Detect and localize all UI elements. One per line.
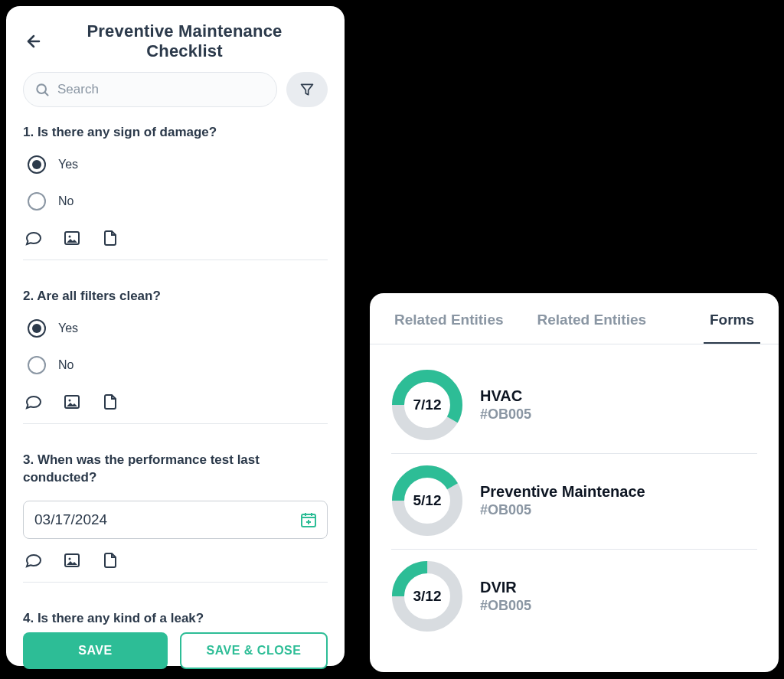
date-value: 03/17/2024 [34, 511, 299, 528]
page-title: Preventive Maintenance Checklist [55, 21, 328, 61]
divider [23, 423, 328, 424]
form-item[interactable]: 5/12Preventive Maintenace#OB005 [391, 454, 757, 550]
radio-no[interactable]: No [28, 356, 328, 374]
radio-yes[interactable]: Yes [28, 155, 328, 174]
search-box[interactable] [23, 72, 277, 107]
file-button[interactable] [101, 229, 119, 247]
radio-label: No [58, 358, 74, 372]
form-name: HVAC [480, 387, 531, 405]
calendar-icon [299, 511, 318, 529]
form-code: #OB005 [480, 598, 531, 614]
progress-value: 7/12 [391, 369, 463, 441]
progress-ring: 3/12 [391, 560, 463, 632]
radio-label: No [58, 194, 74, 208]
comment-button[interactable] [24, 229, 43, 247]
comment-icon [24, 551, 43, 570]
svg-point-7 [69, 399, 71, 401]
arrow-left-icon [24, 32, 43, 51]
radio-icon [28, 356, 46, 374]
question-3: 3. When was the performance test last co… [23, 452, 328, 596]
forms-panel: Related Entities Related Entities Forms … [370, 293, 779, 672]
checklist-panel: Preventive Maintenance Checklist 1. Is t… [6, 6, 345, 666]
question-1: 1. Is there any sign of damage? Yes No [23, 124, 328, 274]
svg-line-2 [45, 93, 48, 96]
radio-icon [28, 192, 46, 211]
form-text: HVAC#OB005 [480, 387, 531, 423]
progress-value: 3/12 [391, 560, 463, 632]
save-close-button[interactable]: SAVE & CLOSE [180, 632, 328, 669]
radio-icon [28, 319, 46, 338]
image-button[interactable] [63, 393, 81, 411]
divider [23, 582, 328, 583]
progress-value: 5/12 [391, 465, 463, 537]
form-text: Preventive Maintenace#OB005 [480, 483, 645, 518]
date-input[interactable]: 03/17/2024 [23, 501, 328, 539]
image-icon [63, 551, 81, 570]
form-code: #OB005 [480, 406, 531, 423]
search-icon [34, 82, 50, 97]
comment-button[interactable] [24, 551, 43, 570]
comment-button[interactable] [24, 393, 43, 411]
image-icon [63, 393, 81, 411]
attach-row [23, 393, 328, 423]
progress-ring: 5/12 [391, 465, 463, 537]
progress-ring: 7/12 [391, 369, 463, 441]
file-icon [101, 393, 119, 411]
file-icon [101, 551, 119, 570]
search-row [23, 72, 328, 107]
button-row: SAVE SAVE & CLOSE [23, 632, 328, 669]
question-text: 1. Is there any sign of damage? [23, 124, 328, 142]
form-name: Preventive Maintenace [480, 483, 645, 501]
tab-bar: Related Entities Related Entities Forms [370, 293, 779, 344]
header-row: Preventive Maintenance Checklist [23, 21, 328, 61]
file-button[interactable] [101, 393, 119, 411]
form-item[interactable]: 7/12HVAC#OB005 [391, 358, 757, 454]
question-text: 3. When was the performance test last co… [23, 452, 328, 487]
file-button[interactable] [101, 551, 119, 570]
filter-icon [299, 82, 315, 97]
divider [23, 260, 328, 260]
image-button[interactable] [63, 229, 81, 247]
svg-marker-3 [302, 84, 313, 94]
attach-row [23, 551, 328, 582]
back-button[interactable] [23, 31, 44, 52]
image-button[interactable] [63, 551, 81, 570]
question-text: 4. Is there any kind of a leak? [23, 610, 328, 628]
question-4: 4. Is there any kind of a leak? [23, 610, 328, 628]
svg-point-5 [69, 235, 71, 237]
tab-forms[interactable]: Forms [704, 293, 760, 344]
radio-icon [28, 155, 46, 174]
file-icon [101, 229, 119, 247]
form-text: DVIR#OB005 [480, 579, 531, 614]
question-text: 2. Are all filters clean? [23, 288, 328, 305]
question-2: 2. Are all filters clean? Yes No [23, 288, 328, 438]
form-code: #OB005 [480, 502, 645, 518]
filter-button[interactable] [286, 72, 328, 107]
radio-yes[interactable]: Yes [28, 319, 328, 338]
form-name: DVIR [480, 579, 531, 596]
search-input[interactable] [56, 81, 266, 98]
svg-point-15 [69, 557, 71, 560]
radio-label: Yes [58, 322, 78, 335]
attach-row [23, 229, 328, 260]
tab-related-entities-1[interactable]: Related Entities [388, 293, 510, 344]
form-item[interactable]: 3/12DVIR#OB005 [391, 550, 757, 645]
radio-label: Yes [58, 158, 78, 171]
radio-no[interactable]: No [28, 192, 328, 211]
image-icon [63, 229, 81, 247]
forms-list: 7/12HVAC#OB0055/12Preventive Maintenace#… [370, 344, 779, 645]
comment-icon [24, 229, 43, 247]
comment-icon [24, 393, 43, 411]
save-button[interactable]: SAVE [23, 632, 168, 669]
tab-related-entities-2[interactable]: Related Entities [531, 293, 653, 344]
